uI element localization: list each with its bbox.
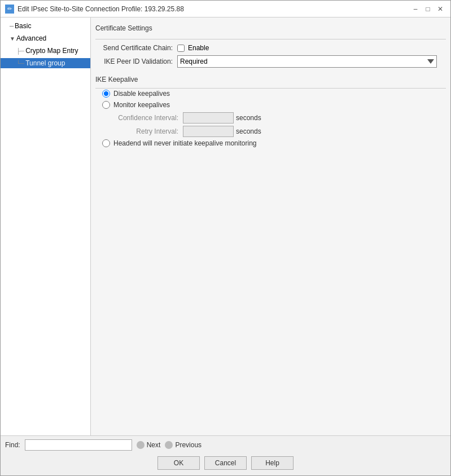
tree-connector-tunnel: └─: [16, 60, 24, 67]
monitor-keepalives-radio[interactable]: [102, 101, 110, 109]
disable-keepalives-label: Disable keepalives: [113, 90, 170, 98]
prev-circle-icon: [165, 441, 173, 449]
disable-keepalives-row: Disable keepalives: [102, 90, 446, 98]
keepalive-radio-group: Disable keepalives Monitor keepalives Co…: [95, 90, 446, 151]
send-cert-chain-control: Enable: [177, 44, 209, 52]
sidebar-label-tunnel: Tunnel group: [25, 59, 65, 67]
confidence-interval-row: Confidence Interval: seconds: [118, 112, 446, 124]
sidebar-item-tunnel-group[interactable]: └─ Tunnel group: [1, 57, 90, 69]
monitor-keepalives-label: Monitor keepalives: [113, 101, 170, 109]
ike-peer-id-dropdown[interactable]: Required If supported by certificate Do …: [177, 55, 437, 68]
headend-row: Headend will never initiate keepalive mo…: [102, 139, 446, 147]
sidebar: ─ Basic ▼ Advanced ├─ Crypto Map Entry └…: [1, 17, 91, 435]
sidebar-item-basic[interactable]: ─ Basic: [1, 20, 90, 32]
sidebar-label-crypto: Crypto Map Entry: [25, 47, 78, 55]
title-bar-controls: – □ ✕: [410, 4, 446, 14]
close-button[interactable]: ✕: [435, 4, 446, 14]
main-content: ─ Basic ▼ Advanced ├─ Crypto Map Entry └…: [1, 17, 450, 435]
disable-keepalives-radio[interactable]: [102, 90, 110, 98]
title-bar-left: ✏ Edit IPsec Site-to-Site Connection Pro…: [5, 5, 184, 14]
retry-interval-label: Retry Interval:: [118, 127, 183, 135]
maximize-button[interactable]: □: [422, 4, 434, 14]
title-bar: ✏ Edit IPsec Site-to-Site Connection Pro…: [1, 1, 450, 17]
confidence-interval-unit: seconds: [236, 114, 261, 122]
send-cert-chain-label: Send Certificate Chain:: [95, 44, 177, 52]
help-button[interactable]: Help: [251, 456, 294, 470]
find-label: Find:: [5, 441, 20, 449]
headend-label: Headend will never initiate keepalive mo…: [113, 139, 256, 147]
ike-peer-id-control: Required If supported by certificate Do …: [177, 55, 437, 68]
window-title: Edit IPsec Site-to-Site Connection Profi…: [17, 5, 184, 13]
next-label: Next: [147, 441, 161, 449]
ok-button[interactable]: OK: [157, 456, 200, 470]
next-circle-icon: [137, 441, 145, 449]
confidence-interval-label: Confidence Interval:: [118, 114, 183, 122]
expand-icon-basic: ─: [10, 23, 14, 29]
minimize-button[interactable]: –: [410, 4, 421, 14]
tree-connector-crypto: ├─: [16, 48, 24, 54]
previous-button[interactable]: Previous: [165, 441, 202, 449]
window-icon: ✏: [5, 5, 14, 14]
monitor-keepalives-row: Monitor keepalives: [102, 101, 446, 109]
certificate-settings-header: Certificate Settings: [95, 24, 446, 32]
previous-label: Previous: [175, 441, 202, 449]
cert-divider: [95, 39, 446, 39]
sidebar-item-advanced[interactable]: ▼ Advanced: [1, 32, 90, 45]
sidebar-label-advanced: Advanced: [16, 34, 46, 42]
retry-interval-row: Retry Interval: seconds: [118, 126, 446, 137]
send-cert-chain-checkbox-label: Enable: [188, 44, 209, 52]
headend-radio[interactable]: [102, 139, 110, 147]
next-button[interactable]: Next: [137, 441, 161, 449]
ike-peer-id-row: IKE Peer ID Validation: Required If supp…: [95, 55, 446, 68]
find-input[interactable]: [25, 439, 132, 451]
confidence-interval-input[interactable]: [183, 112, 234, 124]
send-cert-chain-checkbox[interactable]: [177, 45, 185, 52]
cancel-button[interactable]: Cancel: [204, 456, 247, 470]
retry-interval-input[interactable]: [183, 126, 234, 137]
bottom-bar: Find: Next Previous OK Cancel Help: [1, 435, 450, 475]
ike-peer-id-label: IKE Peer ID Validation:: [95, 58, 177, 65]
monitor-sub-fields: Confidence Interval: seconds Retry Inter…: [102, 112, 446, 137]
sidebar-item-crypto-map-entry[interactable]: ├─ Crypto Map Entry: [1, 45, 90, 57]
keepalive-divider: [95, 88, 446, 89]
ike-keepalive-header: IKE Keepalive: [95, 76, 446, 83]
action-buttons: OK Cancel Help: [5, 454, 446, 472]
main-window: ✏ Edit IPsec Site-to-Site Connection Pro…: [0, 0, 451, 476]
send-cert-chain-row: Send Certificate Chain: Enable: [95, 44, 446, 52]
sidebar-label-basic: Basic: [15, 22, 31, 30]
expand-icon-advanced: ▼: [10, 36, 15, 42]
retry-interval-unit: seconds: [236, 127, 261, 135]
find-bar: Find: Next Previous: [5, 439, 446, 451]
right-panel: Certificate Settings Send Certificate Ch…: [91, 17, 450, 435]
